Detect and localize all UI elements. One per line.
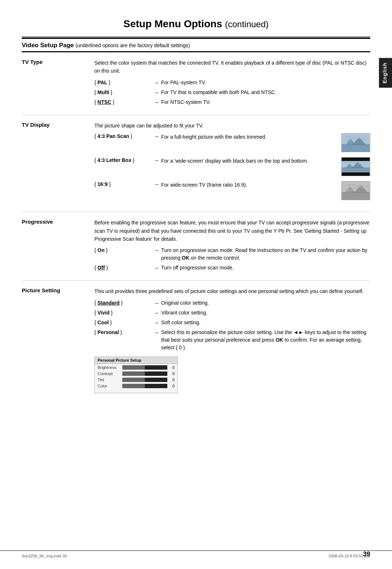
- option-standard-key: { Standard }: [94, 299, 152, 307]
- 169-thumb: [341, 181, 370, 200]
- option-cool-dash: –: [152, 319, 161, 326]
- pan-scan-key: { 4:3 Pan Scan }: [94, 133, 152, 139]
- ps-row-brightness: Brightness 0: [98, 365, 175, 370]
- tv-type-options: { PAL } – For PAL-system TV. { Multi } –…: [94, 79, 370, 106]
- ps-row-contrast: Contrast 0: [98, 371, 175, 376]
- tv-type-desc: Select the color system that matches the…: [94, 59, 370, 75]
- progressive-body: Before enabling the progressive scan fea…: [94, 219, 370, 274]
- option-vivid: { Vivid } – Vibrant color setting.: [94, 309, 370, 317]
- pan-scan-thumb: [341, 133, 370, 152]
- option-169: { 16:9 } – For wide-screen TV (frame rat…: [94, 181, 370, 200]
- svg-rect-1: [342, 144, 370, 152]
- tv-display-label: TV Display: [22, 122, 94, 205]
- ps-color-label: Color: [98, 384, 122, 388]
- svg-rect-6: [342, 172, 370, 176]
- ps-brightness-bar: [122, 365, 167, 370]
- option-personal-dash: –: [152, 329, 161, 351]
- personal-setup-title: Personal Picture Setup: [95, 357, 177, 364]
- letter-box-dash: –: [152, 157, 161, 163]
- page-title: Setup Menu Options (continued): [22, 18, 370, 30]
- option-cool-val: Soft color setting.: [161, 319, 370, 326]
- section-progressive: Progressive Before enabling the progress…: [22, 212, 370, 281]
- progressive-desc: Before enabling the progressive scan fea…: [94, 219, 370, 243]
- letter-box-thumb: [341, 157, 370, 176]
- option-vivid-dash: –: [152, 309, 161, 317]
- letter-box-key: { 4:3 Letter Box }: [94, 157, 152, 163]
- ps-brightness-val: 0: [170, 365, 175, 370]
- option-off: { Off } – Turn off progressive scan mode…: [94, 264, 370, 272]
- picture-setting-options: { Standard } – Original color setting. {…: [94, 299, 370, 351]
- letter-box-desc: For a 'wide-screen' display with black b…: [161, 157, 335, 165]
- option-multi-val: For TV that is compatible with both PAL …: [161, 89, 370, 96]
- section-tv-display: TV Display The picture shape can be adju…: [22, 115, 370, 212]
- option-pal: { PAL } – For PAL-system TV.: [94, 79, 370, 86]
- footer-filename: dvp3258_96_eng.indd 39: [22, 554, 67, 558]
- option-standard-dash: –: [152, 299, 161, 307]
- option-cool-key: { Cool }: [94, 319, 152, 326]
- personal-picture-setup-box: Personal Picture Setup Brightness 0 Cont…: [94, 357, 178, 393]
- option-ntsc: { NTSC } – For NTSC-system TV.: [94, 98, 370, 106]
- picture-setting-label: Picture Setting: [22, 287, 94, 393]
- picture-setting-desc: This unit provides three predefined sets…: [94, 287, 370, 295]
- option-vivid-val: Vibrant color setting.: [161, 309, 370, 317]
- page-container: English Setup Menu Options (continued) V…: [0, 0, 392, 569]
- language-tab: English: [379, 58, 392, 88]
- option-off-val: Turn off progressive scan mode.: [161, 264, 370, 272]
- option-vivid-key: { Vivid }: [94, 309, 152, 317]
- 169-key: { 16:9 }: [94, 181, 152, 187]
- ps-contrast-val: 0: [170, 371, 175, 376]
- option-pal-val: For PAL-system TV.: [161, 79, 370, 86]
- tv-display-options: { 4:3 Pan Scan } – For a full-height pic…: [94, 133, 370, 200]
- option-standard: { Standard } – Original color setting.: [94, 299, 370, 307]
- option-cool: { Cool } – Soft color setting.: [94, 319, 370, 326]
- footer-timestamp: 2008-03-18 8:55:52 AM: [328, 554, 370, 558]
- ps-color-bar: [122, 384, 167, 388]
- ps-color-val: 0: [170, 384, 175, 388]
- tv-display-desc: The picture shape can be adjusted to fit…: [94, 122, 370, 130]
- progressive-options: { On } – Turn on progressive scan mode. …: [94, 247, 370, 272]
- option-off-dash: –: [152, 264, 161, 272]
- ps-tint-bar: [122, 378, 167, 382]
- section-tv-type: TV Type Select the color system that mat…: [22, 52, 370, 115]
- ps-row-color: Color 0: [98, 384, 175, 388]
- svg-rect-5: [342, 158, 370, 161]
- progressive-label: Progressive: [22, 219, 94, 274]
- pan-scan-dash: –: [152, 133, 161, 139]
- section-picture-setting: Picture Setting This unit provides three…: [22, 281, 370, 399]
- option-ntsc-dash: –: [152, 98, 161, 106]
- pan-scan-desc: For a full-height picture with the sides…: [161, 133, 335, 141]
- option-off-key: { Off }: [94, 264, 152, 272]
- tv-type-body: Select the color system that matches the…: [94, 59, 370, 108]
- ps-row-tint: Tint 0: [98, 378, 175, 382]
- option-on-key: { On }: [94, 247, 152, 262]
- option-multi: { Multi } – For TV that is compatible wi…: [94, 89, 370, 96]
- option-ntsc-val: For NTSC-system TV.: [161, 98, 370, 106]
- 169-desc: For wide-screen TV (frame ratio 16:9).: [161, 181, 335, 189]
- option-on-val: Turn on progressive scan mode. Read the …: [161, 247, 370, 262]
- picture-setting-body: This unit provides three predefined sets…: [94, 287, 370, 393]
- ps-tint-label: Tint: [98, 378, 122, 382]
- personal-setup-rows: Brightness 0 Contrast 0 Tint 0: [95, 364, 177, 393]
- option-on-dash: –: [152, 247, 161, 262]
- ps-contrast-bar: [122, 371, 167, 376]
- option-standard-val: Original color setting.: [161, 299, 370, 307]
- ps-brightness-label: Brightness: [98, 365, 122, 370]
- tv-type-label: TV Type: [22, 59, 94, 108]
- option-pan-scan: { 4:3 Pan Scan } – For a full-height pic…: [94, 133, 370, 152]
- option-multi-key: { Multi }: [94, 89, 152, 96]
- ps-tint-val: 0: [170, 378, 175, 382]
- tv-display-body: The picture shape can be adjusted to fit…: [94, 122, 370, 205]
- page-footer: dvp3258_96_eng.indd 39 2008-03-18 8:55:5…: [0, 550, 392, 558]
- option-pal-key: { PAL }: [94, 79, 152, 86]
- option-on: { On } – Turn on progressive scan mode. …: [94, 247, 370, 262]
- option-pal-dash: –: [152, 79, 161, 86]
- video-setup-header: Video Setup Page (underlined options are…: [22, 38, 370, 52]
- content-area: TV Type Select the color system that mat…: [22, 52, 370, 400]
- option-personal: { Personal } – Select this to personaliz…: [94, 329, 370, 351]
- ps-contrast-label: Contrast: [98, 371, 122, 376]
- option-ntsc-key: { NTSC }: [94, 98, 152, 106]
- option-personal-key: { Personal }: [94, 329, 152, 351]
- option-letter-box: { 4:3 Letter Box } – For a 'wide-screen'…: [94, 157, 370, 176]
- svg-rect-8: [342, 167, 370, 172]
- svg-rect-12: [342, 192, 370, 200]
